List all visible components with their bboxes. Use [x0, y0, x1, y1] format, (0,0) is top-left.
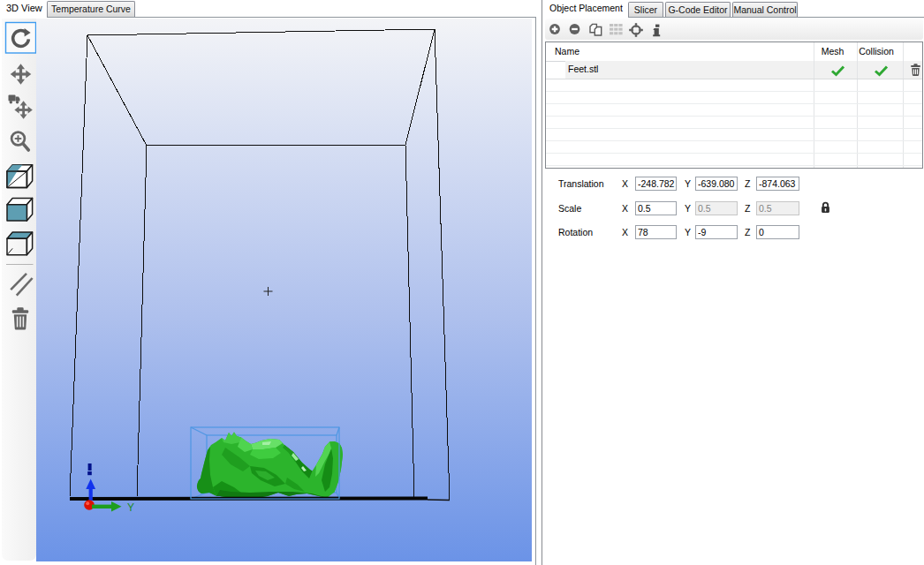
svg-text:Y: Y — [127, 501, 134, 514]
